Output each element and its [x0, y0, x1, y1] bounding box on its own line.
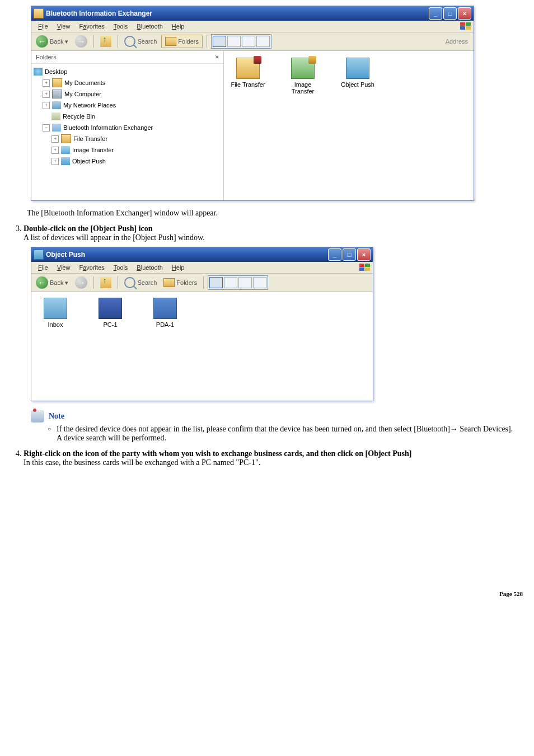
caption-1: The [Bluetooth Information Exchanger] wi… [27, 209, 523, 218]
view-icons-group [208, 275, 268, 290]
note-item: If the desired device does not appear in… [48, 425, 523, 443]
forward-button[interactable]: → [73, 34, 90, 49]
view-icon-3[interactable] [238, 277, 252, 288]
address-label: Address [442, 37, 471, 46]
folder-tree[interactable]: Desktop +My Documents +My Computer +My N… [31, 64, 223, 200]
menubar: File View Favorites Tools Bluetooth Help [31, 262, 373, 274]
windows-flag-icon [359, 264, 371, 271]
menu-tools[interactable]: Tools [109, 263, 133, 272]
object-push-window: Object Push _ □ × File View Favorites To… [31, 247, 373, 401]
menu-help[interactable]: Help [167, 263, 189, 272]
up-button[interactable] [98, 276, 114, 289]
step-3: Double-click on the [Object Push] icon A… [24, 224, 523, 242]
windows-flag-icon [460, 22, 471, 30]
view-icon-2[interactable] [224, 277, 237, 288]
up-button[interactable] [98, 35, 114, 48]
file-transfer-icon [236, 58, 260, 79]
menu-help[interactable]: Help [167, 22, 189, 31]
menu-bluetooth[interactable]: Bluetooth [132, 22, 167, 31]
image-transfer-item[interactable]: Image Transfer [283, 58, 322, 95]
view-icon-2[interactable] [227, 36, 241, 47]
object-push-icon [346, 58, 369, 79]
folders-pane: Folders × Desktop +My Documents +My Comp… [31, 51, 224, 200]
pc1-item[interactable]: PC-1 [91, 298, 130, 328]
search-button[interactable]: Search [122, 35, 159, 48]
toolbar: ←Back ▾ → Search Folders [31, 274, 373, 292]
forward-button[interactable]: → [73, 275, 90, 290]
back-button[interactable]: ←Back ▾ [34, 34, 71, 49]
bluetooth-exchanger-window: Bluetooth Information Exchanger _ □ × Fi… [31, 6, 474, 201]
note-icon [31, 410, 44, 422]
inbox-icon [44, 298, 67, 319]
folders-pane-title: Folders [36, 54, 57, 60]
svg-rect-1 [466, 22, 471, 26]
menubar: File View Favorites Tools Bluetooth Help [31, 21, 474, 32]
menu-file[interactable]: File [34, 22, 53, 31]
maximize-button[interactable]: □ [343, 248, 356, 261]
image-transfer-icon [291, 58, 315, 79]
close-button[interactable]: × [458, 7, 471, 20]
menu-favorites[interactable]: Favorites [74, 22, 109, 31]
view-icon-4[interactable] [253, 277, 266, 288]
step-4: Right-click on the icon of the party wit… [24, 449, 523, 467]
menu-view[interactable]: View [53, 263, 75, 272]
back-button[interactable]: ←Back ▾ [34, 275, 71, 290]
menu-view[interactable]: View [53, 22, 75, 31]
app-icon [34, 250, 44, 260]
folders-button[interactable]: Folders [161, 35, 203, 48]
window-title: Object Push [46, 251, 85, 259]
toolbar: ←Back ▾ → Search Folders Address [31, 32, 474, 51]
pda-icon [153, 298, 177, 319]
content-pane: Inbox PC-1 PDA-1 [31, 292, 373, 401]
titlebar[interactable]: Object Push _ □ × [31, 247, 373, 262]
svg-rect-3 [466, 26, 471, 30]
content-pane: File Transfer Image Transfer Object Push [224, 51, 474, 200]
note-label: Note [49, 412, 64, 421]
close-pane-button[interactable]: × [215, 53, 219, 61]
object-push-item[interactable]: Object Push [338, 58, 377, 95]
minimize-button[interactable]: _ [429, 7, 442, 20]
view-icon-1[interactable] [209, 277, 223, 288]
close-button[interactable]: × [357, 248, 371, 261]
app-icon [34, 8, 44, 18]
maximize-button[interactable]: □ [443, 7, 457, 20]
search-button[interactable]: Search [122, 276, 159, 289]
file-transfer-item[interactable]: File Transfer [228, 58, 268, 95]
svg-rect-0 [460, 22, 465, 26]
pda1-item[interactable]: PDA-1 [146, 298, 185, 328]
window-title: Bluetooth Information Exchanger [46, 10, 152, 17]
folders-button[interactable]: Folders [161, 277, 199, 288]
svg-rect-4 [359, 264, 364, 267]
minimize-button[interactable]: _ [328, 248, 341, 261]
svg-rect-6 [359, 267, 364, 271]
menu-file[interactable]: File [34, 263, 53, 272]
page-footer: Page 528 [11, 590, 523, 597]
menu-favorites[interactable]: Favorites [74, 263, 109, 272]
svg-rect-7 [365, 267, 370, 271]
pc-icon [99, 298, 122, 319]
titlebar[interactable]: Bluetooth Information Exchanger _ □ × [31, 6, 474, 21]
svg-rect-5 [365, 264, 370, 267]
view-icons-group [211, 34, 271, 49]
menu-tools[interactable]: Tools [109, 22, 133, 31]
svg-rect-2 [460, 26, 465, 30]
view-icon-1[interactable] [213, 36, 226, 47]
inbox-item[interactable]: Inbox [36, 298, 75, 328]
view-icon-3[interactable] [242, 36, 255, 47]
view-icon-4[interactable] [256, 36, 270, 47]
menu-bluetooth[interactable]: Bluetooth [132, 263, 167, 272]
